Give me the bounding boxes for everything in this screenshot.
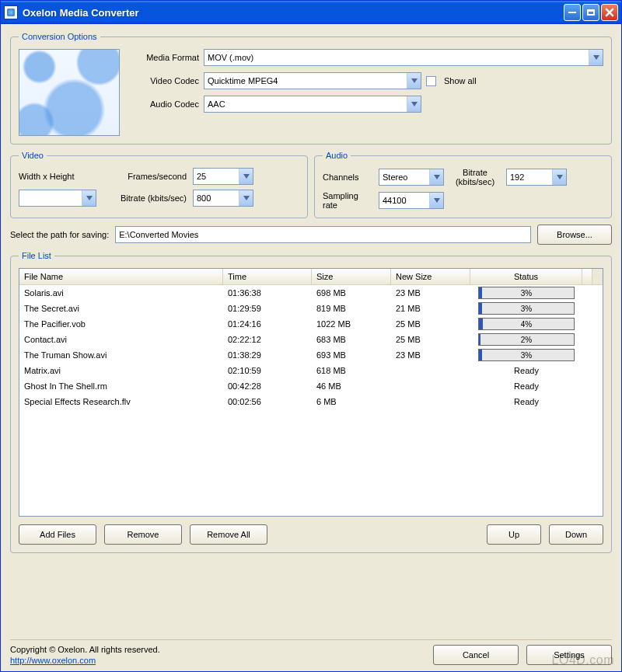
progress-bar: 3%: [478, 302, 575, 315]
titlebar[interactable]: Oxelon Media Converter: [1, 1, 621, 24]
maximize-button[interactable]: [582, 4, 599, 21]
chevron-down-icon[interactable]: [82, 190, 96, 206]
remove-button[interactable]: Remove: [104, 524, 182, 545]
table-row[interactable]: Special Effects Research.flv00:02:566 MB…: [19, 394, 603, 409]
save-path-label: Select the path for saving:: [10, 230, 109, 239]
chevron-down-icon[interactable]: [407, 73, 421, 89]
channels-label: Channels: [323, 172, 372, 182]
width-height-combo[interactable]: [19, 190, 96, 207]
listview-body[interactable]: Solaris.avi01:36:38698 MB23 MB3%The Secr…: [19, 285, 603, 516]
chevron-down-icon[interactable]: [589, 50, 603, 65]
show-all-checkbox[interactable]: [426, 76, 436, 86]
video-legend: Video: [19, 151, 47, 160]
close-button[interactable]: [601, 4, 618, 21]
table-row[interactable]: Ghost In The Shell.rm00:42:2846 MBReady: [19, 378, 603, 394]
footer: Copyright © Oxelon. All rights reserved.…: [10, 639, 612, 665]
channels-value: Stereo: [379, 172, 429, 182]
table-row[interactable]: Matrix.avi02:10:59618 MBReady: [19, 363, 603, 378]
down-button[interactable]: Down: [549, 524, 603, 545]
cell-newsize: 25 MB: [391, 335, 470, 344]
video-bitrate-label: Bitrate (kbits/sec): [103, 193, 187, 203]
chevron-down-icon[interactable]: [239, 190, 253, 206]
column-header-spacer: [582, 269, 592, 284]
add-files-button[interactable]: Add Files: [19, 524, 96, 545]
save-path-input[interactable]: E:\Converted Movies: [115, 226, 531, 243]
remove-all-button[interactable]: Remove All: [190, 524, 267, 545]
chevron-down-icon[interactable]: [239, 169, 253, 184]
app-icon: [4, 5, 18, 19]
cell-time: 02:10:59: [223, 366, 312, 375]
table-row[interactable]: Contact.avi02:22:12683 MB25 MB2%: [19, 332, 603, 347]
close-icon: [605, 8, 614, 17]
cell-newsize: 21 MB: [391, 304, 470, 313]
progress-bar: 3%: [478, 287, 575, 299]
settings-button[interactable]: Settings: [526, 645, 612, 665]
video-bitrate-value: 800: [194, 193, 239, 203]
client-area: Conversion Options Media Format MOV (.mo…: [1, 24, 621, 671]
show-all-label[interactable]: Show all: [444, 76, 477, 85]
cell-time: 01:36:38: [223, 288, 312, 298]
cell-newsize: 23 MB: [391, 288, 470, 298]
cell-time: 01:24:16: [223, 319, 312, 329]
width-height-label: Width x Height: [19, 172, 96, 181]
column-header-newsize[interactable]: New Size: [391, 269, 470, 284]
audio-bitrate-value: 192: [507, 172, 552, 182]
table-row[interactable]: Solaris.avi01:36:38698 MB23 MB3%: [19, 285, 603, 301]
cell-time: 01:38:29: [223, 350, 312, 360]
video-group: Video Width x Height Frames/second 25 Bi…: [10, 151, 308, 218]
video-bitrate-combo[interactable]: 800: [193, 190, 253, 207]
website-link[interactable]: http://www.oxelon.com: [10, 656, 160, 665]
cell-filename: The Truman Show.avi: [19, 350, 223, 360]
conversion-options-legend: Conversion Options: [19, 32, 100, 41]
sampling-combo[interactable]: 44100: [379, 192, 444, 209]
cell-filename: Matrix.avi: [19, 366, 223, 375]
cell-size: 683 MB: [312, 335, 391, 344]
cancel-button[interactable]: Cancel: [433, 645, 519, 665]
chevron-down-icon[interactable]: [407, 96, 421, 112]
cell-size: 1022 MB: [312, 319, 391, 329]
video-codec-label: Video Codec: [129, 76, 199, 85]
table-row[interactable]: The Secret.avi01:29:59819 MB21 MB3%: [19, 301, 603, 316]
media-format-combo[interactable]: MOV (.mov): [204, 49, 603, 66]
table-row[interactable]: The Pacifier.vob01:24:161022 MB25 MB4%: [19, 316, 603, 332]
browse-button[interactable]: Browse...: [537, 225, 612, 245]
audio-codec-combo[interactable]: AAC: [204, 96, 421, 113]
save-path-value: E:\Converted Movies: [119, 230, 198, 239]
chevron-down-icon[interactable]: [429, 169, 443, 185]
table-row[interactable]: The Truman Show.avi01:38:29693 MB23 MB3%: [19, 347, 603, 363]
chevron-down-icon[interactable]: [429, 193, 443, 208]
progress-bar: 4%: [478, 318, 575, 330]
cell-size: 6 MB: [312, 397, 391, 406]
cell-time: 01:29:59: [223, 304, 312, 313]
minimize-button[interactable]: [564, 4, 581, 21]
cell-newsize: 23 MB: [391, 350, 470, 360]
column-header-status[interactable]: Status: [470, 269, 582, 284]
maximize-icon: [587, 9, 595, 16]
cell-size: 46 MB: [312, 381, 391, 391]
fps-combo[interactable]: 25: [193, 168, 253, 185]
audio-bitrate-combo[interactable]: 192: [506, 169, 567, 186]
cell-time: 02:22:12: [223, 335, 312, 344]
cell-filename: Ghost In The Shell.rm: [19, 381, 223, 391]
column-header-filename[interactable]: File Name: [19, 269, 223, 284]
media-format-label: Media Format: [129, 53, 199, 62]
column-header-size[interactable]: Size: [312, 269, 391, 284]
channels-combo[interactable]: Stereo: [379, 169, 444, 186]
video-codec-combo[interactable]: Quicktime MPEG4: [204, 72, 421, 89]
cell-status: 2%: [470, 333, 582, 346]
up-button[interactable]: Up: [487, 524, 541, 545]
chevron-down-icon[interactable]: [552, 169, 566, 185]
file-listview[interactable]: File Name Time Size New Size Status Sola…: [19, 268, 603, 517]
preview-thumbnail: [19, 49, 120, 136]
file-list-group: File List File Name Time Size New Size S…: [10, 251, 612, 553]
cell-filename: Solaris.avi: [19, 288, 223, 298]
cell-size: 693 MB: [312, 350, 391, 360]
cell-filename: Contact.avi: [19, 335, 223, 344]
column-header-time[interactable]: Time: [223, 269, 312, 284]
progress-bar: 2%: [478, 333, 575, 346]
audio-codec-label: Audio Codec: [129, 99, 199, 109]
sampling-label: Sampling rate: [323, 191, 372, 210]
cell-time: 00:42:28: [223, 381, 312, 391]
cell-status: Ready: [470, 397, 582, 406]
cell-time: 00:02:56: [223, 397, 312, 406]
